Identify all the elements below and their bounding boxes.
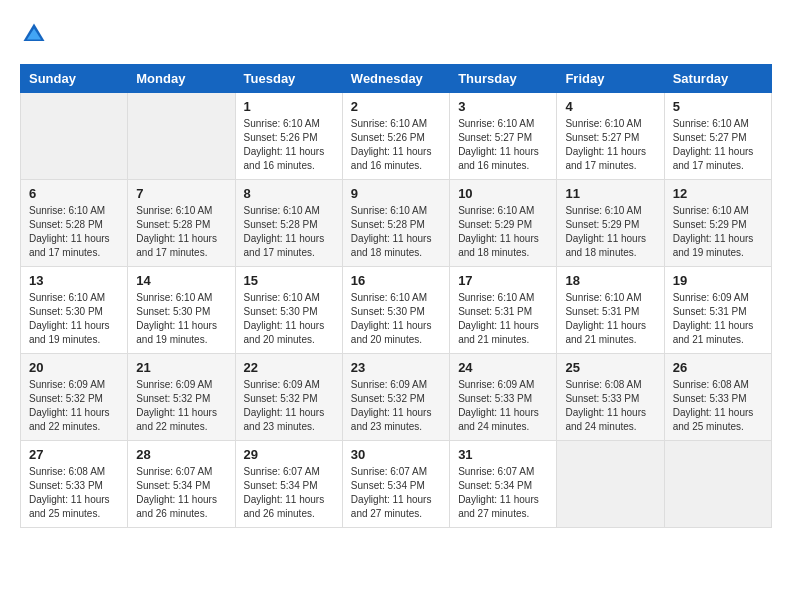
day-number: 22 [244,360,334,375]
calendar-cell [664,441,771,528]
calendar-cell: 24 Sunrise: 6:09 AMSunset: 5:33 PMDaylig… [450,354,557,441]
calendar-cell: 16 Sunrise: 6:10 AMSunset: 5:30 PMDaylig… [342,267,449,354]
day-number: 26 [673,360,763,375]
calendar-cell: 4 Sunrise: 6:10 AMSunset: 5:27 PMDayligh… [557,93,664,180]
calendar-cell: 31 Sunrise: 6:07 AMSunset: 5:34 PMDaylig… [450,441,557,528]
page-header [20,20,772,48]
calendar-cell: 20 Sunrise: 6:09 AMSunset: 5:32 PMDaylig… [21,354,128,441]
day-number: 1 [244,99,334,114]
day-number: 30 [351,447,441,462]
day-info: Sunrise: 6:10 AMSunset: 5:31 PMDaylight:… [565,291,655,347]
day-info: Sunrise: 6:09 AMSunset: 5:32 PMDaylight:… [29,378,119,434]
day-info: Sunrise: 6:09 AMSunset: 5:31 PMDaylight:… [673,291,763,347]
weekday-header-sunday: Sunday [21,65,128,93]
day-number: 21 [136,360,226,375]
day-info: Sunrise: 6:10 AMSunset: 5:29 PMDaylight:… [565,204,655,260]
day-info: Sunrise: 6:10 AMSunset: 5:30 PMDaylight:… [136,291,226,347]
calendar-cell: 13 Sunrise: 6:10 AMSunset: 5:30 PMDaylig… [21,267,128,354]
day-info: Sunrise: 6:09 AMSunset: 5:33 PMDaylight:… [458,378,548,434]
day-number: 28 [136,447,226,462]
day-info: Sunrise: 6:10 AMSunset: 5:28 PMDaylight:… [136,204,226,260]
calendar-cell [21,93,128,180]
day-info: Sunrise: 6:10 AMSunset: 5:31 PMDaylight:… [458,291,548,347]
day-info: Sunrise: 6:10 AMSunset: 5:28 PMDaylight:… [351,204,441,260]
day-info: Sunrise: 6:07 AMSunset: 5:34 PMDaylight:… [244,465,334,521]
day-info: Sunrise: 6:09 AMSunset: 5:32 PMDaylight:… [244,378,334,434]
day-info: Sunrise: 6:08 AMSunset: 5:33 PMDaylight:… [29,465,119,521]
day-info: Sunrise: 6:07 AMSunset: 5:34 PMDaylight:… [351,465,441,521]
calendar-cell: 18 Sunrise: 6:10 AMSunset: 5:31 PMDaylig… [557,267,664,354]
day-number: 5 [673,99,763,114]
calendar-cell: 6 Sunrise: 6:10 AMSunset: 5:28 PMDayligh… [21,180,128,267]
day-number: 11 [565,186,655,201]
calendar-cell: 9 Sunrise: 6:10 AMSunset: 5:28 PMDayligh… [342,180,449,267]
day-info: Sunrise: 6:10 AMSunset: 5:27 PMDaylight:… [565,117,655,173]
day-number: 12 [673,186,763,201]
day-number: 15 [244,273,334,288]
calendar-cell: 21 Sunrise: 6:09 AMSunset: 5:32 PMDaylig… [128,354,235,441]
day-info: Sunrise: 6:10 AMSunset: 5:27 PMDaylight:… [673,117,763,173]
logo-icon [20,20,48,48]
weekday-header-friday: Friday [557,65,664,93]
day-info: Sunrise: 6:10 AMSunset: 5:29 PMDaylight:… [458,204,548,260]
day-info: Sunrise: 6:09 AMSunset: 5:32 PMDaylight:… [351,378,441,434]
day-info: Sunrise: 6:08 AMSunset: 5:33 PMDaylight:… [565,378,655,434]
calendar-cell: 26 Sunrise: 6:08 AMSunset: 5:33 PMDaylig… [664,354,771,441]
calendar-cell: 27 Sunrise: 6:08 AMSunset: 5:33 PMDaylig… [21,441,128,528]
calendar-cell: 10 Sunrise: 6:10 AMSunset: 5:29 PMDaylig… [450,180,557,267]
calendar-cell [557,441,664,528]
calendar-cell: 29 Sunrise: 6:07 AMSunset: 5:34 PMDaylig… [235,441,342,528]
logo [20,20,52,48]
weekday-header-wednesday: Wednesday [342,65,449,93]
calendar-cell: 28 Sunrise: 6:07 AMSunset: 5:34 PMDaylig… [128,441,235,528]
day-number: 13 [29,273,119,288]
day-info: Sunrise: 6:07 AMSunset: 5:34 PMDaylight:… [136,465,226,521]
day-number: 10 [458,186,548,201]
day-number: 2 [351,99,441,114]
day-number: 19 [673,273,763,288]
day-info: Sunrise: 6:10 AMSunset: 5:28 PMDaylight:… [244,204,334,260]
calendar-cell: 19 Sunrise: 6:09 AMSunset: 5:31 PMDaylig… [664,267,771,354]
day-info: Sunrise: 6:10 AMSunset: 5:30 PMDaylight:… [244,291,334,347]
calendar-cell: 5 Sunrise: 6:10 AMSunset: 5:27 PMDayligh… [664,93,771,180]
calendar-cell: 14 Sunrise: 6:10 AMSunset: 5:30 PMDaylig… [128,267,235,354]
day-number: 17 [458,273,548,288]
weekday-header-monday: Monday [128,65,235,93]
day-info: Sunrise: 6:07 AMSunset: 5:34 PMDaylight:… [458,465,548,521]
weekday-header-thursday: Thursday [450,65,557,93]
day-number: 7 [136,186,226,201]
weekday-header-saturday: Saturday [664,65,771,93]
day-number: 20 [29,360,119,375]
day-info: Sunrise: 6:08 AMSunset: 5:33 PMDaylight:… [673,378,763,434]
calendar-cell [128,93,235,180]
calendar-cell: 3 Sunrise: 6:10 AMSunset: 5:27 PMDayligh… [450,93,557,180]
day-number: 16 [351,273,441,288]
day-info: Sunrise: 6:10 AMSunset: 5:26 PMDaylight:… [351,117,441,173]
day-info: Sunrise: 6:10 AMSunset: 5:28 PMDaylight:… [29,204,119,260]
day-number: 31 [458,447,548,462]
weekday-header-tuesday: Tuesday [235,65,342,93]
day-number: 24 [458,360,548,375]
day-number: 25 [565,360,655,375]
calendar-cell: 17 Sunrise: 6:10 AMSunset: 5:31 PMDaylig… [450,267,557,354]
calendar-cell: 15 Sunrise: 6:10 AMSunset: 5:30 PMDaylig… [235,267,342,354]
day-number: 9 [351,186,441,201]
calendar-cell: 1 Sunrise: 6:10 AMSunset: 5:26 PMDayligh… [235,93,342,180]
calendar-cell: 30 Sunrise: 6:07 AMSunset: 5:34 PMDaylig… [342,441,449,528]
calendar-cell: 11 Sunrise: 6:10 AMSunset: 5:29 PMDaylig… [557,180,664,267]
calendar-cell: 2 Sunrise: 6:10 AMSunset: 5:26 PMDayligh… [342,93,449,180]
calendar-cell: 22 Sunrise: 6:09 AMSunset: 5:32 PMDaylig… [235,354,342,441]
day-number: 18 [565,273,655,288]
day-number: 23 [351,360,441,375]
day-info: Sunrise: 6:09 AMSunset: 5:32 PMDaylight:… [136,378,226,434]
calendar-table: SundayMondayTuesdayWednesdayThursdayFrid… [20,64,772,528]
day-number: 14 [136,273,226,288]
day-number: 4 [565,99,655,114]
day-number: 8 [244,186,334,201]
day-number: 29 [244,447,334,462]
day-info: Sunrise: 6:10 AMSunset: 5:30 PMDaylight:… [351,291,441,347]
calendar-cell: 12 Sunrise: 6:10 AMSunset: 5:29 PMDaylig… [664,180,771,267]
day-info: Sunrise: 6:10 AMSunset: 5:27 PMDaylight:… [458,117,548,173]
calendar-cell: 23 Sunrise: 6:09 AMSunset: 5:32 PMDaylig… [342,354,449,441]
day-info: Sunrise: 6:10 AMSunset: 5:26 PMDaylight:… [244,117,334,173]
